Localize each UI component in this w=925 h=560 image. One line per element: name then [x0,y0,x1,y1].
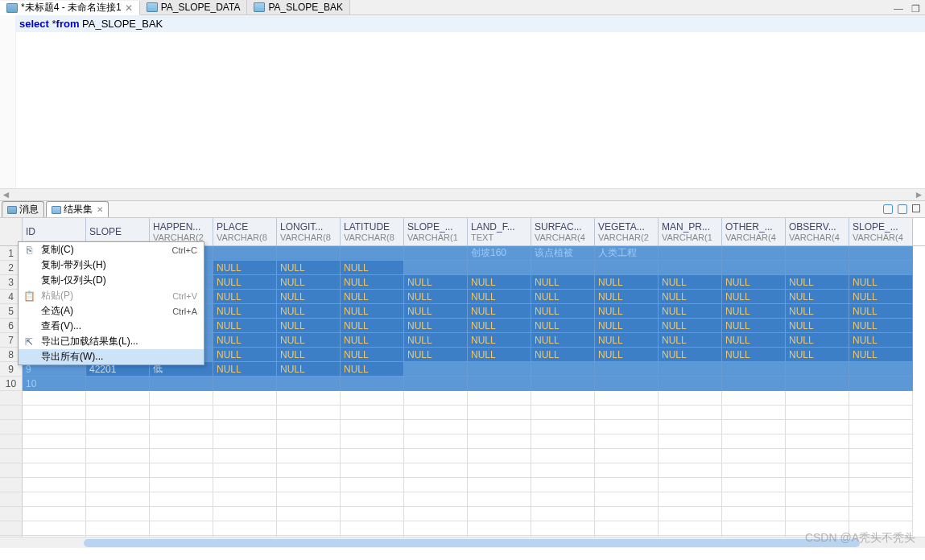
result-tab-messages[interactable]: 消息 [2,201,44,217]
row-number[interactable] [0,449,23,463]
grid-cell[interactable]: NULL [595,348,659,362]
grid-cell[interactable]: NULL [277,348,341,362]
grid-cell[interactable]: NULL [786,319,849,333]
grid-cell[interactable]: NULL [531,333,595,348]
grid-cell[interactable]: NULL [468,290,531,304]
grid-cell[interactable]: NULL [531,319,595,333]
grid-cell[interactable]: NULL [595,319,659,333]
grid-cell[interactable]: NULL [213,362,277,377]
grid-cell[interactable] [786,377,849,391]
grid-cell[interactable]: NULL [531,348,595,362]
grid-cell[interactable]: NULL [849,290,913,304]
grid-cell[interactable]: NULL [786,290,849,304]
close-icon[interactable]: ✕ [125,4,133,12]
grid-cell[interactable]: NULL [213,261,277,275]
row-number[interactable] [0,406,23,420]
menu-item-d[interactable]: 复制-仅列头(D) [19,273,204,288]
grid-cell[interactable] [595,362,659,377]
column-header[interactable]: LONGIT...VARCHAR(8 [277,218,341,245]
grid-cell[interactable] [277,246,341,261]
grid-cell[interactable]: NULL [722,333,786,348]
grid-cell[interactable] [659,246,722,261]
grid-cell[interactable]: NULL [595,275,659,290]
grid-cell[interactable]: NULL [849,275,913,290]
grid-cell[interactable]: NULL [277,261,341,275]
grid-cell[interactable]: NULL [468,304,531,319]
grid-cell[interactable] [341,377,404,391]
grid-cell[interactable] [786,362,849,377]
row-number[interactable] [0,391,23,406]
grid-cell[interactable]: NULL [468,319,531,333]
grid-cell[interactable] [722,377,786,391]
grid-cell[interactable]: 10 [23,377,86,391]
editor-tab-slope-bak[interactable]: PA_SLOPE_BAK [247,0,350,14]
grid-cell[interactable]: NULL [404,348,468,362]
menu-item-l[interactable]: ⇱导出已加载结果集(L)... [19,334,204,349]
grid-cell[interactable] [722,246,786,261]
grid-cell[interactable] [468,261,531,275]
grid-cell[interactable]: NULL [849,304,913,319]
grid-cell[interactable]: NULL [849,333,913,348]
grid-cell[interactable]: NULL [659,275,722,290]
grid-cell[interactable]: NULL [659,319,722,333]
grid-cell[interactable]: NULL [659,290,722,304]
pin-icon[interactable] [898,204,907,214]
column-header[interactable]: PLACEVARCHAR(8 [213,218,277,245]
grid-cell[interactable]: NULL [404,319,468,333]
grid-cell[interactable] [277,377,341,391]
grid-cell[interactable] [404,261,468,275]
grid-cell[interactable] [659,377,722,391]
grid-cell[interactable] [849,246,913,261]
table-row[interactable]: 1010 [0,377,925,391]
grid-cell[interactable]: NULL [213,304,277,319]
grid-cell[interactable]: NULL [722,290,786,304]
grid-cell[interactable] [786,246,849,261]
grid-cell[interactable]: NULL [277,290,341,304]
grid-cell[interactable]: NULL [341,290,404,304]
grid-cell[interactable]: 创坡160 [468,246,531,261]
table-row[interactable] [0,420,925,434]
grid-cell[interactable]: NULL [595,290,659,304]
row-number[interactable] [0,492,23,507]
grid-cell[interactable]: NULL [277,319,341,333]
sql-line-1[interactable]: select *from PA_SLOPE_BAK [0,15,925,32]
maximize-icon[interactable]: ❐ [911,3,920,14]
grid-cell[interactable] [849,362,913,377]
grid-cell[interactable]: NULL [404,333,468,348]
editor-tab-untitled[interactable]: *未标题4 - 未命名连接1 ✕ [0,1,140,15]
grid-cell[interactable]: NULL [659,304,722,319]
row-number[interactable] [0,434,23,449]
grid-cell[interactable]: NULL [786,304,849,319]
grid-cell[interactable] [659,261,722,275]
grid-cell[interactable] [341,246,404,261]
grid-cell[interactable]: NULL [341,333,404,348]
table-row[interactable] [0,391,925,406]
table-row[interactable] [0,449,925,463]
grid-cell[interactable]: NULL [531,304,595,319]
grid-cell[interactable]: NULL [213,319,277,333]
grid-cell[interactable]: NULL [341,261,404,275]
grid-cell[interactable]: NULL [531,290,595,304]
table-row[interactable] [0,521,925,536]
maximize-panel-icon[interactable] [912,204,920,212]
column-header[interactable]: SLOPE_...VARCHAR(1 [404,218,468,245]
menu-item-c[interactable]: ⎘复制(C)Ctrl+C [19,242,204,257]
grid-cell[interactable]: NULL [277,333,341,348]
grid-cell[interactable] [531,261,595,275]
grid-cell[interactable]: NULL [213,290,277,304]
grid-cell[interactable] [404,377,468,391]
table-row[interactable] [0,463,925,478]
grid-cell[interactable]: NULL [213,333,277,348]
grid-cell[interactable] [849,261,913,275]
column-header[interactable]: SURFAC...VARCHAR(4 [531,218,595,245]
grid-cell[interactable]: NULL [277,362,341,377]
grid-cell[interactable]: NULL [659,333,722,348]
column-header[interactable]: OTHER_...VARCHAR(4 [722,218,786,245]
table-row[interactable] [0,406,925,420]
table-row[interactable] [0,492,925,507]
grid-cell[interactable]: NULL [531,275,595,290]
grid-cell[interactable] [849,377,913,391]
grid-cell[interactable] [722,362,786,377]
column-header[interactable]: MAN_PR...VARCHAR(1 [659,218,722,245]
grid-cell[interactable]: NULL [341,348,404,362]
